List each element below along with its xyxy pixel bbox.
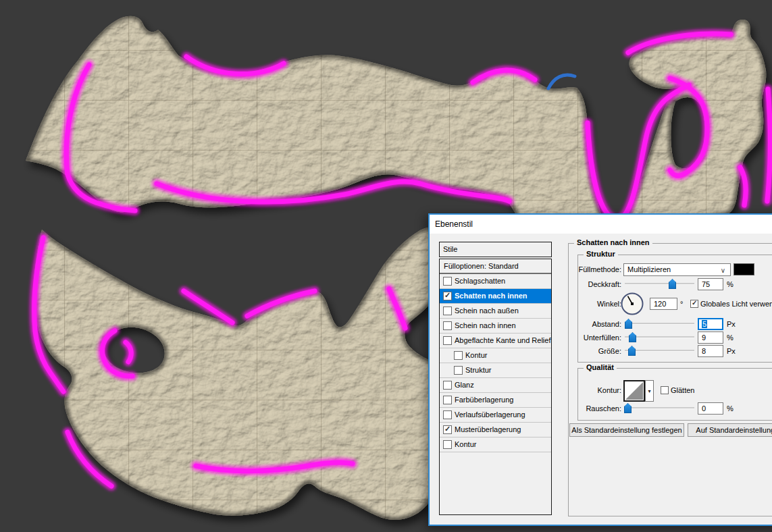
distance-input[interactable]: 5 — [698, 318, 723, 330]
opacity-unit: % — [727, 280, 734, 288]
style-checkbox[interactable] — [454, 351, 463, 360]
size-label: Größe: — [561, 347, 621, 355]
distance-label: Abstand: — [561, 320, 621, 328]
choke-input[interactable]: 9 — [698, 331, 723, 344]
style-item-pattern-overlay[interactable]: Musterüberlagerung — [440, 423, 551, 437]
contour-thumbnail-icon — [625, 382, 643, 400]
angle-label: Winkel: — [561, 300, 621, 308]
size-unit: Px — [727, 347, 736, 355]
styles-header-box: Stile — [439, 242, 552, 257]
antialias-label: Glätten — [671, 386, 694, 394]
size-input[interactable]: 8 — [698, 345, 723, 357]
style-checkbox[interactable] — [443, 321, 452, 330]
style-checkbox[interactable] — [443, 336, 452, 345]
style-checkbox[interactable] — [443, 396, 452, 404]
contour-label: Kontur: — [561, 386, 621, 394]
noise-unit: % — [727, 404, 734, 413]
style-checkbox[interactable] — [443, 425, 452, 434]
global-light-checkbox[interactable] — [690, 300, 698, 308]
dialog-title: Ebenenstil — [435, 219, 473, 229]
style-item-inner-shadow[interactable]: Schatten nach innen — [440, 289, 551, 304]
style-item-drop-shadow[interactable]: Schlagschatten — [440, 274, 551, 289]
distance-unit: Px — [727, 320, 736, 328]
style-item-inner-glow[interactable]: Schein nach innen — [440, 319, 551, 334]
style-item-satin[interactable]: Glanz — [440, 378, 551, 393]
shadow-color-swatch[interactable] — [734, 263, 754, 275]
choke-unit: % — [727, 334, 734, 342]
noise-slider-track[interactable] — [625, 407, 694, 409]
quality-legend: Qualität — [584, 363, 617, 371]
style-checkbox[interactable] — [443, 381, 452, 390]
dialog-titlebar[interactable]: Ebenenstil — [430, 215, 772, 234]
style-item-color-overlay[interactable]: Farbüberlagerung — [440, 393, 551, 408]
opacity-slider-track[interactable] — [625, 283, 694, 285]
style-checkbox[interactable] — [443, 277, 452, 286]
angle-input[interactable]: 120 — [650, 298, 677, 310]
style-item-bevel-contour[interactable]: Kontur — [440, 348, 551, 363]
style-item-bevel-texture[interactable]: Struktur — [440, 363, 551, 378]
photoshop-workspace: Ebenenstil Stile Fülloptionen: Standard … — [0, 0, 772, 532]
style-checkbox[interactable] — [443, 410, 452, 419]
antialias-checkbox[interactable] — [661, 386, 669, 394]
style-checkbox[interactable] — [443, 440, 452, 449]
style-item-blending-options[interactable]: Fülloptionen: Standard — [440, 259, 551, 274]
blend-mode-select[interactable]: Multiplizieren ∨ — [623, 263, 731, 276]
blend-mode-label: Füllmethode: — [561, 265, 621, 273]
style-item-gradient-overlay[interactable]: Verlaufsüberlagerung — [440, 408, 551, 423]
distance-slider-track[interactable] — [625, 323, 694, 325]
style-item-bevel-emboss[interactable]: Abgeflachte Kante und Relief — [440, 334, 551, 348]
quality-group — [577, 368, 772, 421]
styles-header-label: Stile — [443, 245, 457, 253]
angle-dial[interactable] — [621, 292, 644, 315]
structure-legend: Struktur — [584, 250, 618, 258]
style-checkbox[interactable] — [443, 307, 452, 315]
chevron-down-icon: ∨ — [721, 265, 725, 276]
reset-default-button[interactable]: Auf Standardeinstellung z — [688, 423, 772, 437]
style-item-outer-glow[interactable]: Schein nach außen — [440, 304, 551, 319]
global-light-label: Globales Licht verwende — [700, 300, 772, 308]
noise-label: Rauschen: — [561, 404, 621, 413]
choke-label: Unterfüllen: — [561, 334, 621, 342]
layer-style-dialog: Ebenenstil Stile Fülloptionen: Standard … — [428, 213, 772, 526]
styles-list: Fülloptionen: Standard Schlagschatten Sc… — [439, 259, 552, 515]
noise-input[interactable]: 0 — [698, 402, 723, 415]
set-default-button[interactable]: Als Standardeinstellung festlegen — [569, 423, 684, 437]
opacity-label: Deckkraft: — [561, 280, 621, 288]
style-checkbox[interactable] — [443, 292, 452, 300]
contour-dropdown-arrow[interactable]: ▾ — [645, 380, 654, 402]
angle-unit: ° — [680, 300, 683, 308]
style-item-stroke[interactable]: Kontur — [440, 437, 551, 452]
inner-shadow-group-legend: Schatten nach innen — [574, 238, 652, 246]
opacity-input[interactable]: 75 — [698, 278, 723, 290]
style-checkbox[interactable] — [454, 366, 463, 375]
contour-picker[interactable] — [623, 380, 645, 402]
